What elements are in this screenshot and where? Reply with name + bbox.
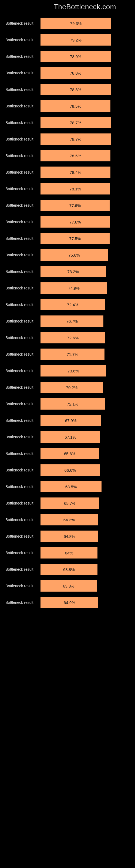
bar-label: Bottleneck result [5,253,41,257]
bar: 72.6% [41,332,105,343]
chart-row: Bottleneck result77.5% [5,231,130,246]
bottleneck-chart: Bottleneck result79.3%Bottleneck result7… [5,16,130,612]
bar: 78.8% [41,67,111,79]
bar-track: 72.6% [41,332,130,343]
bar-label: Bottleneck result [5,452,41,456]
bar: 74.9% [41,282,107,294]
chart-row: Bottleneck result64.3% [5,513,130,528]
bar-row: Bottleneck result70.2% [5,382,130,393]
bar-track: 78.5% [41,100,130,112]
chart-row: Bottleneck result78.5% [5,99,130,114]
bar: 73.2% [41,266,106,277]
bar-label: Bottleneck result [5,286,41,290]
chart-row: Bottleneck result70.7% [5,314,130,329]
bar-label: Bottleneck result [5,501,41,505]
bar-row: Bottleneck result78.8% [5,84,130,95]
chart-row: Bottleneck result77.6% [5,198,130,213]
bar-track: 78.9% [41,51,130,62]
bar-row: Bottleneck result78.1% [5,183,130,194]
bar-track: 72.1% [41,398,130,410]
bar-track: 79.2% [41,34,130,45]
bar: 65.6% [41,448,99,459]
bar-track: 70.7% [41,315,130,327]
bar-row: Bottleneck result66.6% [5,464,130,476]
bar-track: 70.2% [41,382,130,393]
bar-track: 64.9% [41,597,130,608]
chart-row: Bottleneck result78.1% [5,182,130,197]
bar-track: 78.7% [41,133,130,145]
bar-label: Bottleneck result [5,303,41,307]
bar: 70.2% [41,382,103,393]
bar: 78.5% [41,100,110,112]
bar-row: Bottleneck result64% [5,547,130,558]
bar: 64% [41,547,97,558]
bar-track: 77.8% [41,216,130,227]
bar-row: Bottleneck result65.7% [5,497,130,509]
bar: 78.1% [41,183,110,194]
bar-label: Bottleneck result [5,137,41,141]
chart-row: Bottleneck result64.8% [5,529,130,544]
chart-row: Bottleneck result72.6% [5,330,130,346]
bar-row: Bottleneck result77.8% [5,216,130,227]
bar-label: Bottleneck result [5,567,41,571]
bar-track: 73.2% [41,266,130,277]
bar: 64.9% [41,597,98,608]
bar-track: 66.6% [41,464,130,476]
bar-track: 74.9% [41,282,130,294]
chart-row: Bottleneck result72.4% [5,297,130,312]
bar: 63.8% [41,564,97,575]
bar: 79.2% [41,34,111,45]
bar-row: Bottleneck result73.2% [5,266,130,277]
chart-row: Bottleneck result68.5% [5,479,130,495]
bar-row: Bottleneck result64.9% [5,597,130,608]
chart-row: Bottleneck result67.1% [5,430,130,445]
bar-row: Bottleneck result78.9% [5,51,130,62]
chart-row: Bottleneck result75.6% [5,248,130,263]
bar: 78.8% [41,84,111,95]
bar-label: Bottleneck result [5,220,41,224]
bar-track: 78.5% [41,150,130,161]
chart-row: Bottleneck result73.2% [5,264,130,279]
bar-label: Bottleneck result [5,203,41,208]
bar-label: Bottleneck result [5,551,41,555]
bar: 78.7% [41,133,111,145]
bar-label: Bottleneck result [5,485,41,489]
bar: 72.1% [41,398,105,410]
bar-row: Bottleneck result77.5% [5,233,130,244]
bar: 65.7% [41,497,99,509]
bar: 79.3% [41,18,111,29]
bar-label: Bottleneck result [5,518,41,522]
site-title: TheBottleneck.com [5,3,130,11]
bar-label: Bottleneck result [5,170,41,175]
bar-row: Bottleneck result73.6% [5,365,130,376]
bar: 64.8% [41,531,98,542]
chart-row: Bottleneck result66.6% [5,463,130,478]
bar-row: Bottleneck result72.4% [5,299,130,310]
bar-track: 67.1% [41,431,130,443]
bar: 75.6% [41,249,108,261]
bar-row: Bottleneck result79.2% [5,34,130,45]
bar-track: 64.8% [41,531,130,542]
bar-label: Bottleneck result [5,385,41,390]
bar-track: 78.4% [41,166,130,178]
bar-track: 75.6% [41,249,130,261]
bar-label: Bottleneck result [5,402,41,406]
bar: 77.8% [41,216,110,227]
bar-label: Bottleneck result [5,435,41,439]
chart-row: Bottleneck result67.9% [5,413,130,428]
bar-row: Bottleneck result77.6% [5,199,130,211]
bar-track: 78.7% [41,117,130,128]
bar: 67.9% [41,415,101,426]
chart-row: Bottleneck result64% [5,546,130,561]
chart-row: Bottleneck result79.2% [5,33,130,48]
bar: 78.7% [41,117,111,128]
chart-row: Bottleneck result70.2% [5,380,130,395]
chart-row: Bottleneck result63.8% [5,562,130,577]
bar: 64.3% [41,514,98,525]
bar-track: 65.6% [41,448,130,459]
bar-label: Bottleneck result [5,269,41,274]
chart-row: Bottleneck result78.9% [5,49,130,64]
chart-row: Bottleneck result77.8% [5,215,130,230]
bar-track: 73.6% [41,365,130,376]
bar-row: Bottleneck result79.3% [5,18,130,29]
